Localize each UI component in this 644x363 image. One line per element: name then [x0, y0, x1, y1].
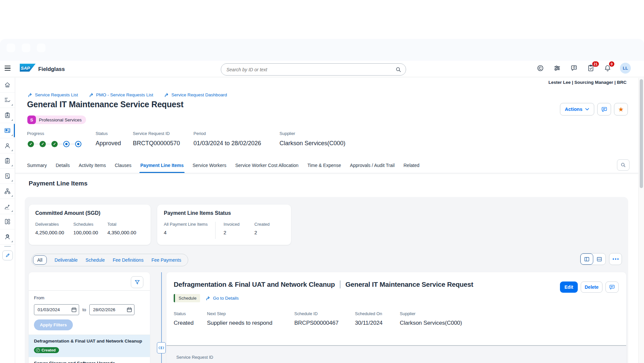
sidebar-item-workers[interactable] — [0, 138, 15, 153]
sidebar-item-worklist[interactable] — [0, 93, 15, 108]
tab-activity-items[interactable]: Activity Items — [79, 158, 106, 173]
sidebar-item-apps[interactable] — [0, 214, 15, 229]
global-search[interactable] — [221, 63, 406, 76]
schedule-type-badge: Schedule — [174, 294, 200, 302]
list-item[interactable]: Server Cleanup and Software Upgrade — [29, 357, 150, 363]
payment-line-items-status-card: Payment Line Items Status All Payment Li… — [157, 205, 291, 245]
sidebar-item-work-orders[interactable] — [0, 153, 15, 169]
notifications-bell-icon[interactable]: 0 — [603, 64, 612, 73]
notifications-badge: 0 — [609, 61, 614, 67]
filter-button[interactable] — [131, 276, 143, 288]
chip-fee-definitions[interactable]: Fee Definitions — [113, 257, 143, 263]
sidebar-item-workspace-active[interactable] — [0, 123, 15, 138]
create-pencil-icon[interactable] — [2, 250, 13, 260]
card-col-schedules: Schedules100,000.00 — [73, 222, 98, 235]
menu-hamburger-icon[interactable] — [5, 66, 11, 71]
ellipsis-icon — [613, 258, 614, 260]
expand-caret-icon — [11, 210, 13, 212]
brand-name: Fieldglass — [38, 66, 65, 72]
detail-field-scheduled-on: Scheduled On30/11/2024 — [355, 311, 383, 326]
apply-filters-button[interactable]: Apply Filters — [34, 319, 73, 330]
expand-caret-icon — [11, 104, 13, 106]
breadcrumb-link-service-request-dashboard[interactable]: Service Request Dashboard — [164, 92, 227, 97]
sidebar-item-analytics[interactable] — [0, 199, 15, 214]
tab-related[interactable]: Related — [403, 158, 419, 173]
service-request-id-value: BRCTQ00000570 — [133, 140, 180, 147]
chat-icon[interactable]: @ — [570, 64, 578, 73]
progress-step-done-icon: ✓ — [28, 141, 34, 147]
chip-fee-payments[interactable]: Fee Payments — [151, 257, 181, 263]
window-chrome — [0, 39, 644, 61]
breadcrumb-link-service-requests-list[interactable]: Service Requests List — [28, 92, 78, 97]
tab-payment-line-items[interactable]: Payment Line Items — [140, 158, 184, 173]
detail-field-next-step: Next StepSupplier needs to respond — [207, 311, 272, 326]
sidebar-item-job-postings[interactable] — [0, 108, 15, 123]
svg-text:$: $ — [7, 174, 8, 177]
list-item[interactable]: Defragmentation & Final UAT and Network … — [29, 335, 150, 357]
chevron-down-icon — [585, 108, 589, 111]
search-icon[interactable] — [395, 66, 402, 73]
work-orders-icon — [4, 157, 11, 164]
tab-time-expense[interactable]: Time & Expense — [307, 158, 341, 173]
field-status: StatusApproved — [96, 131, 121, 147]
splitter-drag-handle[interactable] — [157, 342, 166, 353]
more-options-button[interactable] — [609, 253, 622, 265]
comments-button[interactable] — [597, 103, 611, 116]
vertical-split-view-button[interactable] — [580, 253, 593, 265]
tab-details[interactable]: Details — [56, 158, 70, 173]
sidebar-item-create[interactable] — [0, 248, 15, 263]
date-to-field[interactable] — [89, 304, 134, 315]
tab-service-worker-cost-allocation[interactable]: Service Worker Cost Allocation — [235, 158, 299, 173]
status-value: Approved — [96, 140, 121, 147]
sidebar-item-home[interactable] — [0, 78, 15, 93]
go-to-details-link[interactable]: Go to Details — [206, 296, 239, 301]
sidebar-item-invoices[interactable]: $ — [0, 169, 15, 184]
chip-schedule[interactable]: Schedule — [86, 257, 105, 263]
search-input[interactable] — [226, 67, 395, 72]
window-control-dot — [37, 44, 45, 52]
committed-amount-card: Committed Amount (SGD) Deliverables4,250… — [29, 205, 151, 245]
chip-deliverable[interactable]: Deliverable — [55, 257, 78, 263]
resize-arrows-icon — [158, 346, 164, 350]
chip-all[interactable]: All — [33, 255, 47, 265]
tab-service-workers[interactable]: Service Workers — [192, 158, 226, 173]
expand-caret-icon — [11, 165, 13, 166]
favorite-button[interactable]: ★ — [614, 103, 628, 116]
sidebar-item-admin[interactable] — [0, 229, 15, 245]
copyright-icon[interactable] — [536, 64, 544, 73]
edit-button[interactable]: Edit — [560, 281, 578, 293]
progress-step-current-icon — [63, 141, 70, 147]
user-avatar[interactable]: LL — [620, 63, 631, 74]
scrollbar-thumb[interactable] — [640, 79, 643, 188]
type-filter-chips: All Deliverable Schedule Fee Definitions… — [31, 254, 188, 266]
detail-field-schedule-id: Schedule IDBRCPS00000467 — [294, 311, 338, 326]
expand-caret-icon — [11, 180, 13, 182]
progress-step-current-icon — [75, 141, 81, 147]
from-label: From — [34, 295, 145, 300]
actions-button[interactable]: Actions — [560, 103, 594, 116]
tab-approvals-audit-trail[interactable]: Approvals / Audit Trail — [350, 158, 395, 173]
date-from-field[interactable] — [34, 304, 79, 315]
tasks-clipboard-icon[interactable]: 21 — [586, 64, 595, 73]
horizontal-split-view-button[interactable] — [593, 253, 605, 265]
tab-search-button[interactable] — [617, 159, 629, 171]
sidebar-item-org-chart[interactable] — [0, 184, 15, 199]
tab-summary[interactable]: Summary — [27, 158, 47, 173]
page-title: General IT Maintenance Service Request — [27, 100, 184, 109]
field-period: Period01/03/2024 to 28/02/2026 — [193, 131, 261, 147]
list-panel-header — [29, 272, 150, 291]
field-supplier: SupplierClarkson Services(C000) — [279, 131, 345, 147]
workers-icon — [4, 142, 11, 149]
line-items-list: Defragmentation & Final UAT and Network … — [29, 335, 150, 363]
calendar-icon — [71, 307, 77, 313]
breadcrumb-link-pmo-service-requests-list[interactable]: PMO - Service Requests List — [89, 92, 153, 97]
expand-caret-icon — [11, 119, 13, 121]
page-scrollbar[interactable] — [638, 78, 644, 363]
line-items-list-panel: From to Apply Filters Defragmentati — [29, 272, 150, 363]
delete-button[interactable]: Delete — [581, 281, 602, 293]
expand-caret-icon — [11, 149, 13, 151]
personalization-sliders-icon[interactable] — [553, 64, 561, 73]
tab-clauses[interactable]: Clauses — [115, 158, 132, 173]
page-actions: Actions ★ — [560, 103, 628, 116]
detail-comments-button[interactable] — [605, 281, 619, 293]
